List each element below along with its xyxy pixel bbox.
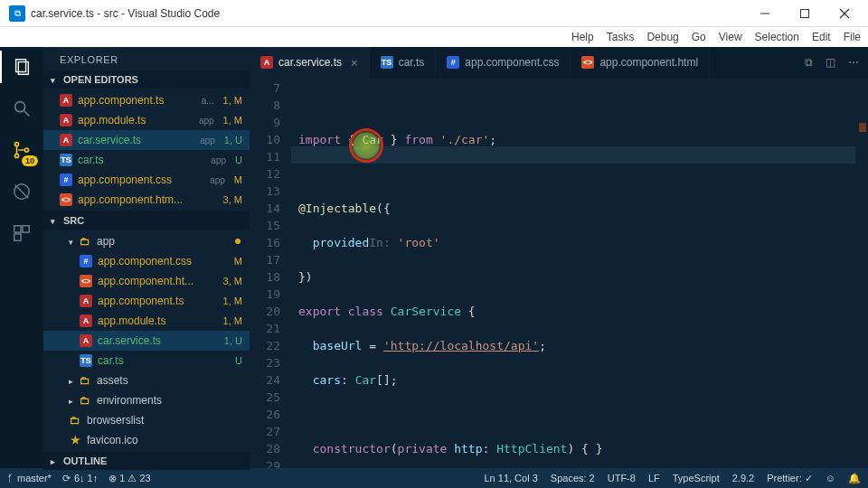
file-name: car.ts [98, 354, 226, 367]
open-editor-item[interactable]: Acar.service.tsapp1, U [43, 130, 250, 150]
file-name: app.module.ts [78, 114, 193, 127]
menu-help[interactable]: Help [571, 31, 594, 43]
open-editor-item[interactable]: TScar.tsappU [43, 150, 250, 170]
problems-indicator[interactable]: ⊗ 1 ⚠ 23 [108, 473, 151, 484]
gutter: 7891011121314151617181920212223242526272… [250, 78, 291, 468]
src-file-item[interactable]: <>app.component.ht...3, M [43, 271, 250, 291]
branch-indicator[interactable]: ᚶmaster* [7, 473, 52, 483]
menu-view[interactable]: View [719, 31, 742, 43]
maximize-button[interactable] [785, 1, 825, 26]
folder-name: environments [97, 394, 242, 407]
line-number: 14 [250, 200, 280, 217]
menu-selection[interactable]: Selection [755, 31, 799, 43]
folder-app[interactable]: 🗀app [43, 231, 250, 251]
statusbar: ᚶmaster* ⟳6↓ 1↑ ⊗ 1 ⚠ 23 Ln 11, Col 3 Sp… [0, 468, 868, 488]
file-status: 1, M [223, 115, 242, 126]
editor-tab[interactable]: <>app.component.html [571, 47, 710, 78]
debug-icon[interactable] [9, 179, 34, 204]
file-icon: A [80, 314, 92, 327]
compare-icon[interactable]: ⧉ [805, 56, 813, 69]
file-icon: A [60, 114, 72, 127]
extensions-icon[interactable] [9, 221, 34, 246]
prettier-indicator[interactable]: Prettier: ✓ [767, 473, 813, 484]
activitybar: 10 [0, 47, 43, 468]
line-number: 19 [250, 286, 280, 303]
src-file-item[interactable]: Aapp.component.ts1, M [43, 291, 250, 311]
feedback-icon[interactable]: ☺ [826, 473, 835, 483]
line-number: 10 [250, 131, 280, 148]
vscode-icon: ⧉ [9, 5, 25, 22]
src-file-item[interactable]: TScar.tsU [43, 351, 250, 371]
tabs: Acar.service.ts×TScar.ts#app.component.c… [250, 47, 868, 78]
split-icon[interactable]: ◫ [826, 56, 835, 69]
code[interactable]: import { Car } from './car'; @Injectable… [291, 78, 855, 468]
line-number: 12 [250, 165, 280, 183]
svg-line-12 [15, 185, 29, 199]
branch-icon: ᚶ [7, 473, 14, 483]
line-number: 13 [250, 183, 280, 200]
src-file-item[interactable]: Aapp.module.ts1, M [43, 311, 250, 331]
indent-indicator[interactable]: Spaces: 2 [551, 473, 595, 483]
open-editor-item[interactable]: <>app.component.htm...3, M [43, 190, 250, 210]
encoding-indicator[interactable]: UTF-8 [608, 473, 636, 483]
source-control-icon[interactable]: 10 [9, 137, 34, 163]
file-status: U [235, 155, 242, 165]
section-open-editors[interactable]: OPEN EDITORS [43, 70, 250, 89]
chevron-right-icon [69, 374, 73, 387]
dirty-dot [235, 239, 241, 244]
src-file-item[interactable]: ★favicon.ico [43, 430, 250, 450]
file-icon: 🗀 [69, 414, 81, 427]
more-icon[interactable]: ⋯ [848, 56, 859, 69]
svg-rect-13 [14, 226, 21, 232]
editor-tab[interactable]: Acar.service.ts× [250, 47, 370, 78]
file-icon: TS [80, 354, 92, 367]
line-number: 11 [250, 148, 280, 165]
language-indicator[interactable]: TypeScript [673, 473, 720, 483]
tab-actions: ⧉ ◫ ⋯ [796, 47, 868, 78]
file-icon: ★ [69, 434, 81, 446]
menu-file[interactable]: File [844, 31, 861, 43]
eol-indicator[interactable]: LF [648, 473, 660, 483]
code-area[interactable]: 7891011121314151617181920212223242526272… [250, 78, 868, 468]
minimize-button[interactable] [745, 1, 785, 26]
notifications-icon[interactable]: 🔔 [848, 473, 861, 484]
file-name: app.component.htm... [78, 193, 209, 206]
open-editor-item[interactable]: Aapp.module.tsapp1, M [43, 110, 250, 130]
minimap[interactable] [855, 78, 868, 468]
src-folder-item[interactable]: 🗀assets [43, 371, 250, 390]
svg-point-10 [24, 148, 28, 152]
sync-icon: ⟳ [62, 473, 71, 484]
src-folder-item[interactable]: 🗀environments [43, 390, 250, 410]
menu-go[interactable]: Go [692, 31, 706, 43]
menu-edit[interactable]: Edit [812, 31, 831, 43]
section-src[interactable]: SRC [43, 211, 250, 230]
file-icon: # [80, 255, 92, 267]
editor-tab[interactable]: #app.component.css [436, 47, 571, 78]
editor-tab[interactable]: TScar.ts [370, 47, 437, 78]
src-file-item[interactable]: Acar.service.ts1, U [43, 331, 250, 351]
file-name: car.service.ts [78, 134, 194, 146]
sync-indicator[interactable]: ⟳6↓ 1↑ [62, 473, 98, 484]
chevron-down-icon [51, 216, 60, 226]
open-editor-item[interactable]: #app.component.cssappM [43, 170, 250, 190]
menu-debug[interactable]: Debug [646, 31, 678, 43]
src-file-item[interactable]: #app.component.cssM [43, 251, 250, 271]
close-button[interactable] [825, 1, 864, 26]
section-outline[interactable]: OUTLINE [43, 452, 250, 470]
close-tab-icon[interactable]: × [351, 56, 358, 70]
menu-tasks[interactable]: Tasks [607, 31, 635, 43]
search-icon[interactable] [9, 96, 34, 121]
cursor-position[interactable]: Ln 11, Col 3 [484, 473, 537, 483]
version-indicator[interactable]: 2.9.2 [732, 473, 754, 483]
open-editor-item[interactable]: Aapp.component.tsa...1, M [43, 90, 250, 110]
src-tree: 🗀app#app.component.cssM<>app.component.h… [43, 230, 250, 452]
file-icon: # [447, 56, 459, 69]
src-file-item[interactable]: 🗀browserslist [43, 410, 250, 430]
line-number: 20 [250, 303, 280, 320]
chevron-right-icon [51, 456, 60, 466]
svg-point-8 [14, 143, 18, 146]
file-status: 1, M [223, 315, 242, 326]
explorer-icon[interactable] [9, 54, 34, 80]
svg-point-6 [15, 102, 25, 112]
file-icon: A [260, 56, 273, 69]
